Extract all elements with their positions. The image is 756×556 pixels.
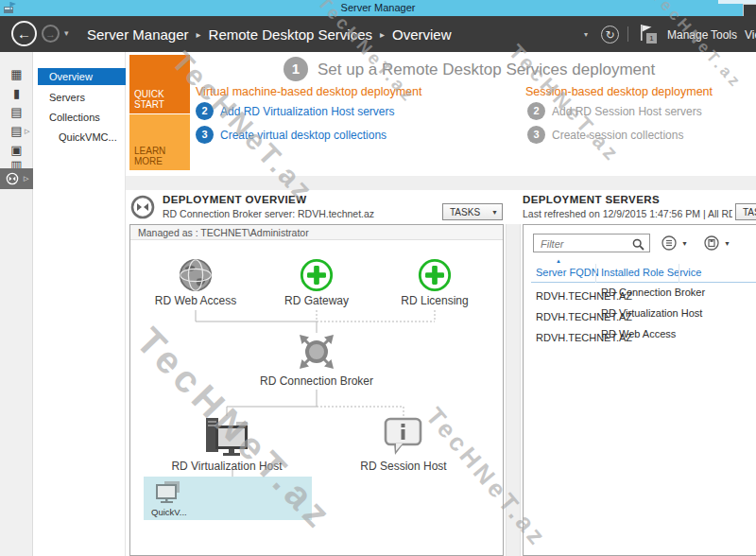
rd-gateway-node[interactable] [299,257,335,293]
session-deployment-heading: Session-based desktop deployment [525,85,713,98]
table-row[interactable]: RDVH.TECHNET.AZ RD Web Access [536,328,632,345]
session-host-icon [383,416,424,458]
collection-label: QuickV... [151,507,187,517]
deployment-overview-icon [130,195,155,219]
managed-as-bar: Managed as : TECHNET\Administrator [130,225,503,240]
sidebar-icon-strip: ▦ ▮ ▤ ▤ ▷ ▣ ▥ ▷ [0,52,33,556]
step-3-circle-disabled: 3 [527,126,545,144]
dropdown-arrow-icon: ▼ [487,209,503,216]
filter-input[interactable] [539,235,633,252]
rd-virtualization-host-label: RD Virtualization Host [151,460,302,473]
cell-installed-role: RD Web Access [601,328,676,339]
column-divider [679,264,679,283]
chevron-down-icon: ▾ [64,28,69,38]
save-criteria-button[interactable]: ▼ [704,235,736,252]
connection-broker-icon [296,331,337,373]
server-manager-app-icon[interactable] [3,2,16,14]
local-server-icon[interactable]: ▮ [0,87,33,100]
breadcrumb-separator-icon: ▸ [380,29,385,40]
column-header-server-fqdn[interactable]: Server FQDN [536,267,599,278]
filter-options-button[interactable]: ▼ [662,235,694,252]
menu-tools[interactable]: Tools [711,28,737,42]
add-rd-session-host-link: Add RD Session Host servers [552,105,702,118]
create-virtual-desktop-collections-link[interactable]: Create virtual desktop collections [220,129,387,142]
window-title: Server Manager [0,0,756,16]
panel-scrollbar-gutter [506,224,521,556]
rd-connection-broker-label: RD Connection Broker [241,374,392,388]
table-row[interactable]: RDVH.TECHNET.AZ RD Virtualization Host [536,307,632,324]
sidebar-item-overview[interactable]: Overview [38,68,126,85]
deployment-overview-subtitle: RD Connection Broker server: RDVH.techne… [163,208,437,219]
rd-connection-broker-node[interactable] [296,331,337,373]
rd-web-access-node[interactable] [178,257,214,293]
collection-monitor-icon [155,481,183,506]
chevron-down-icon: ▾ [584,30,588,39]
rds-nav-column: Overview Servers Collections QuickVMC... [33,52,126,556]
refresh-button[interactable]: ↻ [601,26,619,43]
rd-licensing-node[interactable] [417,257,453,293]
all-servers-icon[interactable]: ▤ [0,106,33,119]
column-header-installed-role-service[interactable]: Installed Role Service [601,267,701,278]
deployment-servers-title: DEPLOYMENT SERVERS [523,194,660,205]
table-row[interactable]: RDVH.TECHNET.AZ RD Connection Broker [536,287,632,304]
title-bar: Server Manager [0,0,756,16]
deployment-servers-tasks-button[interactable]: TASKS [735,203,756,220]
rd-session-host-label: RD Session Host [328,460,479,473]
filter-box [533,234,650,252]
table-header-row: ▲ Server FQDN Installed Role Service [531,264,756,283]
learn-more-tab[interactable]: LEARN MORE [129,114,190,170]
sidebar-item-quickvmc[interactable]: QuickVMC... [47,129,135,146]
refresh-icon: ↻ [605,28,614,42]
save-icon [704,235,719,251]
menu-manage[interactable]: Manage [667,28,708,42]
dropdown-arrow-icon: ▼ [724,240,730,247]
menu-view[interactable]: View [745,28,756,42]
sidebar-item-servers[interactable]: Servers [38,89,126,106]
expand-arrow-icon[interactable]: ▷ [24,175,28,182]
breadcrumb-remote-desktop-services[interactable]: Remote Desktop Services [209,26,372,43]
add-plus-icon [299,257,335,293]
step-2-circle: 2 [196,102,214,120]
quick-start-tab[interactable]: QUICK START [129,55,190,113]
sidebar-item-collections[interactable]: Collections [38,109,126,126]
cell-installed-role: RD Virtualization Host [601,307,702,319]
dashboard-icon[interactable]: ▦ [0,68,33,81]
notifications-flag-button[interactable]: 1 [639,24,658,46]
navigation-bar: ← → ▾ Server Manager ▸ Remote Desktop Se… [0,16,756,52]
add-rd-virtualization-host-link[interactable]: Add RD Virtualization Host servers [220,105,395,118]
deployment-servers-subtitle: Last refreshed on 12/9/2015 1:47:56 PM |… [523,208,732,219]
notification-badge: 1 [646,33,657,43]
list-options-icon [662,235,677,251]
expand-arrow-icon[interactable]: ▷ [25,128,29,135]
quick-start-heading: Set up a Remote Desktop Services deploym… [318,61,655,79]
rd-virtualization-host-node[interactable] [204,416,249,458]
step-1-circle: 1 [284,57,308,81]
create-session-collections-link: Create session collections [552,129,683,142]
breadcrumb-separator-icon: ▸ [197,29,201,40]
back-button[interactable]: ← [11,21,37,46]
forward-icon: → [45,28,56,40]
cell-installed-role: RD Connection Broker [601,287,705,298]
rd-gateway-label: RD Gateway [260,294,373,307]
tasks-label: TASKS [736,207,756,217]
globe-icon [178,257,214,293]
breadcrumb-overview[interactable]: Overview [392,26,452,43]
quickvmc-collection-tile[interactable]: QuickV... [144,477,312,520]
add-plus-icon [417,257,453,293]
breadcrumb-server-manager[interactable]: Server Manager [87,26,189,43]
hyper-v-icon[interactable]: ▣ [0,144,33,157]
deployment-overview-title: DEPLOYMENT OVERVIEW [163,194,306,205]
rd-web-access-label: RD Web Access [139,294,252,307]
back-icon: ← [17,26,31,42]
deployment-servers-panel: ▼ ▼ ▲ Server FQDN Installed Role Service… [523,224,756,556]
forward-button[interactable]: → [42,25,60,43]
deployment-overview-tasks-button[interactable]: TASKS ▼ [442,203,503,220]
section-divider-band [126,176,756,190]
history-dropdown[interactable]: ▾ [64,28,69,38]
step-2-circle-disabled: 2 [527,102,545,120]
virtualization-host-icon [204,416,249,458]
navbar-dropdown[interactable]: ▾ [584,30,588,39]
rd-session-host-node[interactable] [383,416,424,458]
quick-start-section: QUICK START LEARN MORE 1 Set up a Remote… [126,52,756,176]
sidebar-item-remote-desktop-services[interactable]: ▷ [0,168,33,189]
